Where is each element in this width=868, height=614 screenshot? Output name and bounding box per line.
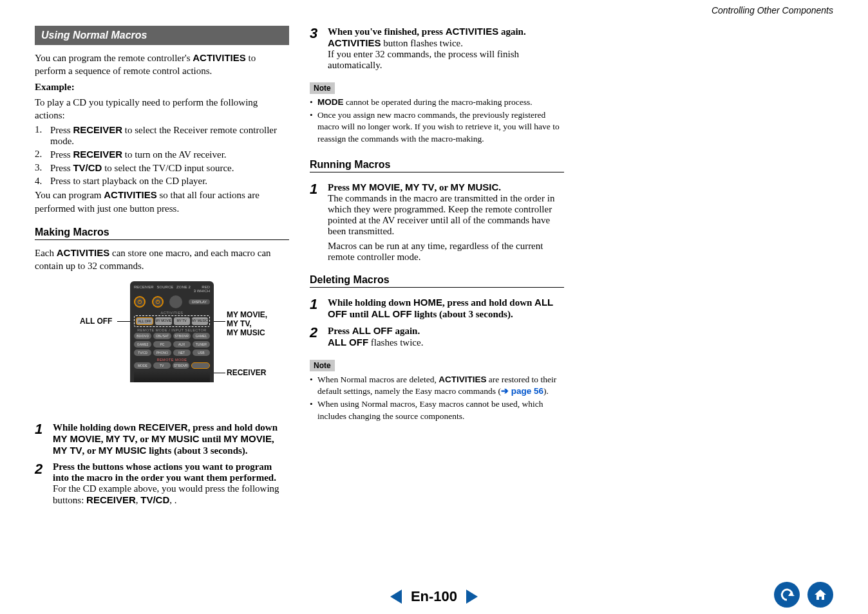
making-text: Each ACTIVITIES can store one macro, and…	[35, 247, 289, 273]
remote-mode-sublabel: REMOTE MODE	[134, 358, 210, 362]
back-arrow-icon	[779, 588, 795, 601]
note-item: When Normal macros are deleted, ACTIVITI…	[310, 374, 564, 397]
header-section-title: Controlling Other Components	[712, 5, 833, 15]
remote-figure: ALL OFF MY MOVIE, MY TV, MY MUSIC RECEIV…	[35, 281, 289, 410]
example-intro: To play a CD you typically need to perfo…	[35, 96, 289, 122]
intro2: You can program ACTIVITIES so that all f…	[35, 189, 289, 215]
heading-underline	[310, 172, 564, 172]
example-label: Example:	[35, 80, 289, 93]
power-receiver-icon	[134, 296, 146, 308]
display-button: DISPLAY	[189, 299, 210, 304]
remote-btn: MODE	[134, 362, 151, 369]
remote-activities-label: ACTIVITIES	[134, 311, 210, 315]
remote-label: SOURCE	[157, 285, 174, 293]
note-item: When using Normal macros, Easy macros ca…	[310, 398, 564, 422]
heading-running-macros: Running Macros	[310, 159, 564, 171]
remote-btn: PC	[153, 341, 171, 348]
step-number: 1	[310, 297, 328, 312]
nav-buttons	[774, 582, 833, 608]
list-num: 2.	[35, 149, 50, 160]
btn-my-music: MY MUSIC	[192, 317, 208, 325]
step-1-text: While holding down RECEIVER, press and h…	[53, 422, 289, 456]
remote-btn: STB/DVR	[173, 333, 191, 339]
heading-underline	[310, 287, 564, 288]
text: You can program the remote controller's	[35, 53, 193, 63]
btn-my-tv: MY TV	[174, 317, 190, 325]
remote-btn: PHONO	[153, 349, 171, 356]
list-item: Press to start playback on the CD player…	[50, 176, 207, 187]
note-label: Note	[310, 360, 335, 371]
remote-btn: GAME1	[193, 333, 210, 339]
callout-receiver: RECEIVER	[227, 369, 266, 378]
heading-underline	[35, 239, 289, 240]
list-num: 3.	[35, 162, 50, 173]
remote-label: RECEIVER	[134, 285, 154, 293]
btn-my-movie: MY MOVIE	[155, 317, 171, 325]
column-right: 3 When you've finished, press ACTIVITIES…	[310, 26, 564, 511]
note-list-2: When Normal macros are deleted, ACTIVITI…	[310, 374, 564, 422]
remote-body: RECEIVER SOURCE ZONE 2 RED 3 WHICH DISPL…	[130, 281, 214, 382]
step-number: 1	[310, 181, 328, 196]
remote-btn: GAME2	[134, 341, 151, 348]
remote-btn: TUNER	[193, 341, 210, 348]
remote-btn: TV	[153, 362, 171, 369]
remote-btn: BD/DVD	[134, 333, 151, 339]
btn-all-off: ALL OFF	[136, 317, 153, 325]
prev-page-icon[interactable]	[390, 590, 402, 604]
remote-btn: NET	[173, 349, 191, 356]
column-left: Using Normal Macros You can program the …	[35, 26, 289, 511]
step-number: 3	[310, 26, 328, 41]
page-indicator: En-100	[411, 588, 457, 605]
note-list-1: MODE cannot be operated during the macro…	[310, 97, 564, 145]
step-number: 2	[310, 325, 328, 340]
note-label: Note	[310, 82, 335, 94]
del-step-2-text: Press ALL OFF again. ALL OFF flashes twi…	[328, 325, 564, 348]
callout-all-off: ALL OFF	[80, 317, 112, 326]
link-page-56[interactable]: page 56	[511, 386, 543, 396]
note-item: Once you assign new macro commands, the …	[310, 109, 564, 145]
remote-btn-receiver	[191, 362, 210, 369]
activities-row: ALL OFF MY MOVIE MY TV MY MUSIC	[134, 315, 210, 327]
remote-mode-label: REMOTE MODE / INPUT SELECTOR	[134, 328, 210, 332]
making-steps: 1 While holding down RECEIVER, press and…	[35, 422, 289, 506]
list-item: Press TV/CD to select the TV/CD input so…	[50, 162, 234, 174]
step-3-text: When you've finished, press ACTIVITIES a…	[328, 26, 564, 71]
remote-btn: STB/DVR	[173, 362, 190, 369]
remote-label: RED 3 WHICH	[194, 285, 210, 293]
del-step-1-text: While holding down HOME, press and hold …	[328, 297, 564, 320]
remote-btn: TV/CD	[134, 349, 151, 356]
step-3: 3 When you've finished, press ACTIVITIES…	[310, 26, 564, 71]
callout-my-movie-tv-music: MY MOVIE, MY TV, MY MUSIC	[227, 311, 267, 337]
banner-using-normal-macros: Using Normal Macros	[35, 26, 289, 45]
step-number: 2	[35, 461, 53, 476]
note-item: MODE cannot be operated during the macro…	[310, 97, 564, 108]
list-item: Press RECEIVER to turn on the AV receive…	[50, 149, 227, 160]
step-number: 1	[35, 422, 53, 436]
callout-line	[214, 321, 225, 322]
step-2-text: Press the buttons whose actions you want…	[53, 461, 289, 506]
running-steps: 1 Press MY MOVIE, MY TV, or MY MUSIC. Th…	[310, 181, 564, 263]
home-button[interactable]	[807, 582, 833, 608]
list-item: Press RECEIVER to select the Receiver re…	[50, 124, 289, 147]
example-list: 1.Press RECEIVER to select the Receiver …	[35, 124, 289, 187]
remote-btn: USB	[193, 349, 210, 356]
remote-btn: CBL/SAT	[153, 333, 171, 339]
next-page-icon[interactable]	[466, 590, 478, 604]
remote-label: ZONE 2	[176, 285, 191, 293]
back-button[interactable]	[774, 582, 800, 608]
zone-button	[169, 295, 182, 308]
svg-marker-5	[815, 590, 826, 600]
footer: En-100	[0, 588, 868, 605]
intro-paragraph: You can program the remote controller's …	[35, 51, 289, 78]
power-source-icon	[152, 296, 164, 308]
home-icon	[814, 589, 827, 600]
list-num: 4.	[35, 176, 50, 187]
deleting-steps: 1 While holding down HOME, press and hol…	[310, 297, 564, 348]
kw-activities: ACTIVITIES	[193, 52, 246, 63]
heading-deleting-macros: Deleting Macros	[310, 274, 564, 286]
heading-making-macros: Making Macros	[35, 227, 289, 238]
list-num: 1.	[35, 124, 50, 135]
remote-btn: AUX	[173, 341, 191, 348]
run-step-text: Press MY MOVIE, MY TV, or MY MUSIC. The …	[328, 181, 564, 263]
